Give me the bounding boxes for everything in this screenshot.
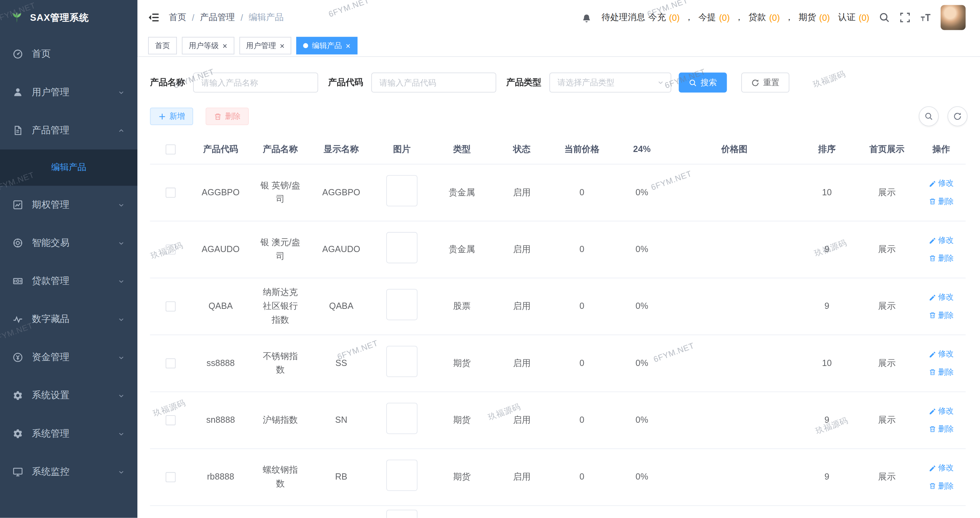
row-checkbox[interactable] [166,472,176,482]
delete-link[interactable]: 删除 [929,252,954,265]
edit-link[interactable]: 修改 [929,235,954,247]
edit-link[interactable]: 修改 [929,292,954,304]
product-type-select[interactable]: 请选择产品类型 [549,73,671,93]
select-all-checkbox[interactable] [166,145,176,155]
table-row: rb8888 螺纹钢指数 RB 期货 启用 0 0% 9 展示 修改 删除 [150,449,966,506]
delete-button[interactable]: 删除 [205,108,249,125]
cell-product-code: QABA [191,295,250,318]
app-window: SAX管理系统 首页 用户管理 产品管理 编辑产品 期权管理 智能交易 [0,0,980,518]
sidebar-item-home[interactable]: 首页 [0,35,137,73]
row-checkbox[interactable] [166,245,176,255]
toggle-search-button[interactable] [919,106,939,126]
breadcrumb-product-mgmt[interactable]: 产品管理 [200,12,235,23]
edit-link[interactable]: 修改 [929,462,954,474]
edit-link[interactable]: 修改 [929,348,954,360]
sidebar-item-system-monitor[interactable]: 系统监控 [0,453,137,491]
sidebar-item-product-mgmt[interactable]: 产品管理 [0,111,137,149]
refresh-icon [751,79,759,86]
search-icon[interactable] [878,12,890,23]
edit-link[interactable]: 修改 [929,178,954,190]
cell-home-display: 展示 [857,181,917,204]
leaf-logo-icon [10,11,24,25]
delete-link[interactable]: 删除 [929,366,954,378]
row-checkbox[interactable] [166,188,176,198]
cell-price: 0 [552,465,612,489]
product-image-placeholder [386,232,417,263]
product-image-placeholder [386,459,417,491]
cell-price-chart [672,244,797,255]
sidebar-item-digital-collectibles[interactable]: 数字藏品 [0,300,137,338]
product-code-label: 产品代码 [328,77,363,88]
sidebar-item-user-mgmt[interactable]: 用户管理 [0,73,137,111]
header-status: 状态 [492,138,552,161]
chevron-down-icon [118,430,125,438]
delete-link[interactable]: 删除 [929,480,954,492]
sidebar-subitem-edit-product[interactable]: 编辑产品 [0,150,137,186]
row-checkbox[interactable] [166,359,176,369]
add-button[interactable]: 新增 [150,108,193,125]
notif-separator: ， [685,12,694,23]
tab-home[interactable]: 首页 [148,37,177,55]
chart-box-icon [13,199,23,210]
cell-status: 启用 [492,238,552,261]
cell-status: 启用 [492,465,552,489]
notif-separator: ， [735,12,743,23]
product-image-placeholder [386,289,417,320]
sidebar-item-funds-mgmt[interactable]: 资金管理 [0,338,137,376]
row-checkbox[interactable] [166,301,176,312]
product-code-input[interactable] [371,73,496,93]
row-checkbox[interactable] [166,416,176,426]
delete-link[interactable]: 删除 [929,195,954,207]
table-row-partial [150,506,966,518]
delete-link[interactable]: 删除 [929,309,954,321]
cell-price-chart [672,359,797,368]
cell-product-code: sn8888 [191,409,250,432]
cell-product-name: 银 澳元/盎司 [250,231,310,268]
topbar: 首页 / 产品管理 / 编辑产品 待处理消息 今充 (0) ， 今提 (0) ，… [137,0,980,35]
sidebar-item-smart-trading[interactable]: 智能交易 [0,224,137,262]
cell-price-chart [672,301,797,312]
chevron-down-icon [118,277,125,285]
product-image-placeholder [386,510,417,518]
reset-button[interactable]: 重置 [741,73,789,93]
close-icon[interactable]: × [280,41,285,49]
sidebar-item-loan-mgmt[interactable]: 贷款管理 [0,262,137,300]
sidebar-item-system-settings[interactable]: 系统设置 [0,376,137,414]
chevron-down-icon [118,392,125,400]
cell-type: 期货 [432,409,492,432]
cell-type: 期货 [432,351,492,375]
close-icon[interactable]: × [223,41,228,49]
sidebar-item-system-mgmt[interactable]: 系统管理 [0,414,137,453]
edit-link[interactable]: 修改 [929,405,954,418]
close-icon[interactable]: × [346,41,350,49]
chevron-down-icon [118,468,125,476]
cell-type: 贵金属 [432,238,492,261]
cell-status: 启用 [492,351,552,375]
search-icon [689,79,697,86]
fullscreen-icon[interactable] [899,12,911,23]
font-size-icon[interactable] [920,12,932,23]
bell-icon[interactable] [581,12,592,23]
cell-product-name: 沪锡指数 [250,409,310,432]
notif-count-badge: (0) [719,13,730,22]
cell-home-display: 展示 [857,295,917,318]
product-name-input[interactable] [193,73,318,93]
sidebar-collapse-icon[interactable] [147,11,160,24]
table-row: sn8888 沪锡指数 SN 期货 启用 0 0% 9 展示 修改 删除 [150,392,966,449]
cell-change: 0% [612,295,672,318]
trash-icon [929,426,936,433]
tab-user-level[interactable]: 用户等级 × [182,37,234,55]
refresh-table-button[interactable] [947,106,967,126]
tab-edit-product[interactable]: 编辑产品 × [296,37,357,55]
breadcrumb-current: 编辑产品 [248,12,283,23]
avatar[interactable] [940,5,966,30]
sidebar-item-options-mgmt[interactable]: 期权管理 [0,186,137,224]
product-image-placeholder [386,175,417,206]
breadcrumb-home[interactable]: 首页 [169,12,186,23]
search-button[interactable]: 搜索 [679,73,727,93]
cell-sort: 9 [797,238,857,261]
table-toolbar: 新增 删除 [150,106,967,126]
breadcrumb-separator: / [240,13,243,22]
delete-link[interactable]: 删除 [929,423,954,435]
tab-user-mgmt[interactable]: 用户管理 × [239,37,291,55]
